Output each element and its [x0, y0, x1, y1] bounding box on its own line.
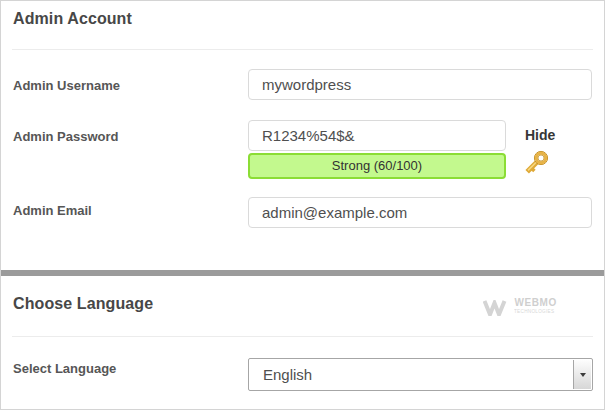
- admin-username-label: Admin Username: [13, 78, 120, 93]
- password-strength-text: Strong (60/100): [332, 158, 422, 173]
- admin-password-label: Admin Password: [13, 129, 118, 144]
- language-select-value: English: [263, 359, 312, 390]
- brand-name: WEBMO: [514, 298, 592, 308]
- key-icon[interactable]: [522, 148, 553, 186]
- select-dropdown-button[interactable]: [573, 360, 591, 389]
- choose-language-heading: Choose Language: [13, 295, 153, 313]
- webmo-logo: WEBMO TECHNOLOGIES: [483, 298, 592, 318]
- section-divider-bar: [1, 270, 604, 276]
- admin-email-label: Admin Email: [13, 203, 92, 218]
- admin-email-input[interactable]: [248, 197, 592, 228]
- admin-password-input[interactable]: [248, 120, 506, 151]
- heading-divider: [12, 336, 593, 337]
- admin-account-heading: Admin Account: [13, 10, 132, 28]
- language-select[interactable]: English: [248, 358, 593, 391]
- password-strength-meter: Strong (60/100): [248, 153, 506, 179]
- hide-password-toggle[interactable]: Hide: [525, 127, 555, 143]
- select-language-label: Select Language: [13, 361, 116, 376]
- chevron-down-icon: [580, 373, 586, 377]
- webmo-monogram-icon: [483, 300, 509, 316]
- installer-settings-panel: Admin Account Admin Username Admin Passw…: [0, 0, 605, 410]
- admin-username-input[interactable]: [248, 69, 592, 100]
- heading-divider: [12, 49, 593, 50]
- brand-tagline: TECHNOLOGIES: [514, 309, 554, 314]
